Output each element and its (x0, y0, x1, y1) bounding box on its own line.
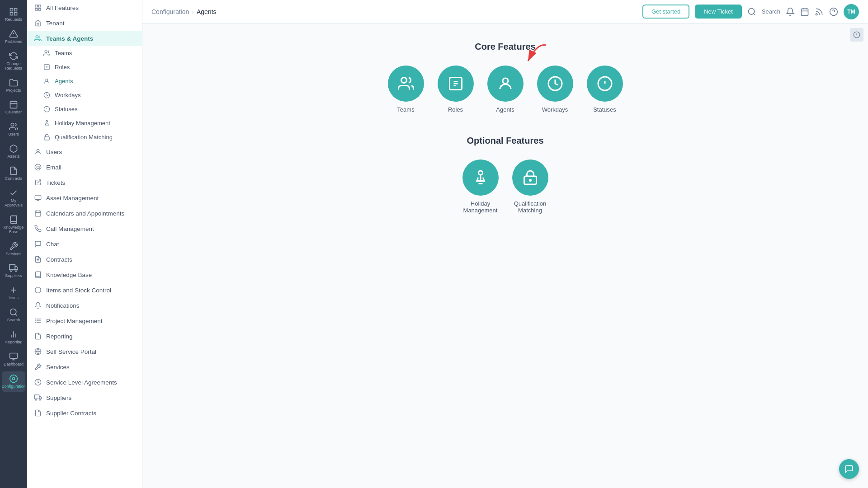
sidebar-sub-workdays[interactable]: Workdays (27, 88, 142, 102)
feature-qualification-matching[interactable]: QualificationMatching (512, 160, 548, 214)
sidebar-icon-suppliers[interactable]: Suppliers (2, 261, 25, 281)
sidebar-calendars[interactable]: Calendars and Appointments (27, 206, 142, 221)
sidebar-supplier-contracts[interactable]: Supplier Contracts (27, 405, 142, 421)
sidebar-sla[interactable]: Service Level Agreements (27, 375, 142, 390)
sidebar-asset-management[interactable]: Asset Management (27, 190, 142, 206)
sidebar-knowledge-base[interactable]: Knowledge Base (27, 267, 142, 282)
feature-holiday-management[interactable]: HolidayManagement (462, 160, 499, 214)
sidebar-icon-reporting[interactable]: Reporting (2, 327, 25, 347)
sidebar-reporting[interactable]: Reporting (27, 328, 142, 344)
sidebar-icon-items[interactable]: Items (2, 283, 25, 303)
sidebar-tenant[interactable]: Tenant (27, 15, 142, 31)
sidebar-icon-my-approvals[interactable]: My Approvals (2, 186, 25, 211)
sidebar-self-service-portal[interactable]: Self Service Portal (27, 344, 142, 359)
feature-agents[interactable]: Agents (487, 66, 524, 113)
svg-rect-6 (10, 102, 17, 108)
feature-label-workdays: Workdays (542, 106, 568, 113)
sidebar-icon-users[interactable]: Users (2, 119, 25, 140)
sidebar-teams-agents[interactable]: Teams & Agents (27, 31, 142, 46)
sidebar-sub-qualification-matching[interactable]: Qualification Matching (27, 130, 142, 144)
sidebar-icon-dashboard[interactable]: Dashboard (2, 349, 25, 370)
svg-point-25 (13, 377, 15, 380)
get-started-button[interactable]: Get started (642, 5, 689, 19)
sidebar-icon-knowledge-base[interactable]: Knowledge Base (2, 212, 25, 237)
notifications-icon[interactable] (786, 7, 795, 16)
view-toggle-button[interactable] (850, 28, 863, 42)
svg-line-69 (754, 13, 755, 15)
page-content: Core Features Teams (142, 23, 868, 488)
svg-point-45 (37, 166, 39, 168)
sidebar-users[interactable]: Users (27, 144, 142, 160)
feature-label-qualification: QualificationMatching (514, 200, 547, 214)
sidebar-icon-projects[interactable]: Projects (2, 75, 25, 96)
svg-rect-1 (14, 9, 17, 11)
sidebar-sub-agents[interactable]: Agents (27, 74, 142, 88)
sidebar-project-management[interactable]: Project Management (27, 313, 142, 328)
sidebar-icon-services[interactable]: Services (2, 239, 25, 259)
sidebar-icon-search[interactable]: Search (2, 305, 25, 325)
svg-rect-43 (44, 137, 49, 140)
core-features-title: Core Features (170, 42, 841, 52)
feature-statuses[interactable]: Statuses (587, 66, 623, 113)
svg-rect-27 (38, 5, 41, 7)
sidebar-icon-configuration[interactable]: Configuration (2, 371, 25, 392)
sidebar-icon-problems[interactable]: Problems (2, 27, 25, 47)
help-icon[interactable] (829, 7, 838, 16)
svg-point-91 (478, 171, 482, 175)
main-content: Configuration › Agents Get started New T… (142, 0, 868, 488)
sidebar-tickets[interactable]: Tickets (27, 175, 142, 190)
sidebar-icon-calendar[interactable]: Calendar (2, 97, 25, 117)
sidebar-contracts[interactable]: Contracts (27, 252, 142, 267)
svg-rect-22 (10, 353, 18, 359)
sidebar-suppliers[interactable]: Suppliers (27, 390, 142, 405)
feature-teams[interactable]: Teams (388, 66, 424, 113)
sidebar-sub-roles[interactable]: Roles (27, 60, 142, 74)
chat-bubble[interactable] (839, 459, 859, 479)
icon-sidebar: Requests Problems Change Requests Projec… (0, 0, 27, 488)
feature-workdays[interactable]: Workdays (537, 66, 573, 113)
feature-circle-qualification (512, 160, 548, 196)
sidebar-icon-contracts[interactable]: Contracts (2, 164, 25, 184)
topbar: Configuration › Agents Get started New T… (142, 0, 868, 23)
feature-circle-workdays (537, 66, 573, 102)
sidebar-call-management[interactable]: Call Management (27, 221, 142, 236)
svg-rect-46 (35, 195, 41, 199)
main-sidebar: All Features Tenant Teams & Agents Teams… (27, 0, 142, 488)
sidebar-icon-assets[interactable]: Assets (2, 141, 25, 162)
svg-rect-0 (10, 9, 13, 11)
optional-features-section: Optional Features HolidayManagement (170, 136, 841, 214)
topbar-actions: Get started New Ticket Search TM (642, 4, 859, 19)
search-icon[interactable] (747, 7, 756, 16)
sidebar-all-features[interactable]: All Features (27, 0, 142, 15)
svg-point-66 (35, 399, 37, 400)
feature-roles[interactable]: Roles (438, 66, 474, 113)
new-ticket-button[interactable]: New Ticket (695, 5, 742, 19)
sidebar-notifications[interactable]: Notifications (27, 298, 142, 313)
sidebar-sub-teams[interactable]: Teams (27, 46, 142, 60)
svg-point-74 (816, 14, 817, 15)
sidebar-sub-holiday-management[interactable]: Holiday Management (27, 116, 142, 130)
sidebar-chat[interactable]: Chat (27, 236, 142, 252)
feature-label-holiday: HolidayManagement (463, 200, 498, 214)
sidebar-email[interactable]: Email (27, 160, 142, 175)
breadcrumb-parent[interactable]: Configuration (151, 8, 189, 15)
sidebar-items-stock[interactable]: Items and Stock Control (27, 282, 142, 298)
calendar-icon[interactable] (800, 7, 809, 16)
svg-rect-28 (35, 8, 38, 10)
feature-label-agents: Agents (496, 106, 514, 113)
svg-rect-26 (35, 5, 38, 7)
svg-point-10 (11, 123, 14, 127)
sidebar-icon-change-requests[interactable]: Change Requests (2, 49, 25, 74)
search-label[interactable]: Search (762, 8, 780, 15)
feed-icon[interactable] (815, 7, 824, 16)
svg-rect-64 (35, 395, 39, 399)
svg-rect-2 (10, 13, 13, 15)
feature-circle-roles (438, 66, 474, 102)
user-avatar[interactable]: TM (844, 4, 859, 19)
sidebar-sub-statuses[interactable]: Statuses (27, 102, 142, 116)
sidebar-icon-requests[interactable]: Requests (2, 5, 25, 25)
sidebar-services[interactable]: Services (27, 359, 142, 375)
breadcrumb-current: Agents (197, 8, 217, 15)
svg-point-17 (10, 309, 16, 315)
feature-label-teams: Teams (397, 106, 414, 113)
